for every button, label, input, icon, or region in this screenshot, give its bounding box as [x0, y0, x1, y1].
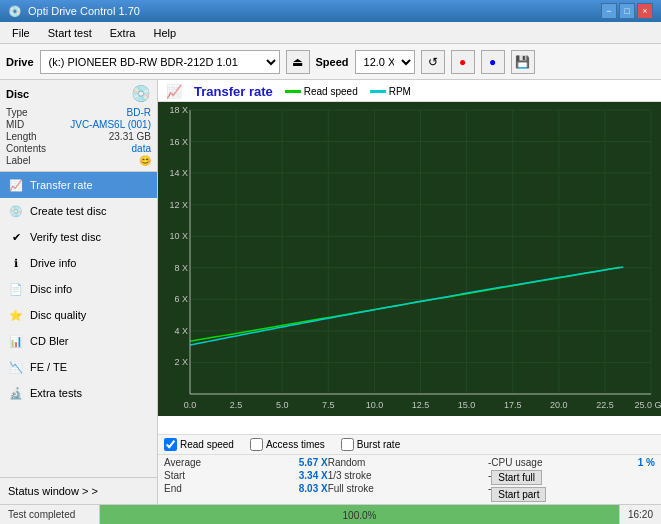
access-times-checkbox-text: Access times	[266, 439, 325, 450]
extra-tests-icon: 🔬	[8, 385, 24, 401]
menu-start-test[interactable]: Start test	[40, 25, 100, 41]
fe-te-icon: 📉	[8, 359, 24, 375]
nav-fe-te[interactable]: 📉 FE / TE	[0, 354, 157, 380]
read-speed-checkbox[interactable]	[164, 438, 177, 451]
contents-label: Contents	[6, 143, 46, 154]
content-area: 📈 Transfer rate Read speed RPM Read spee…	[158, 80, 661, 504]
stats-area: Average 5.67 X Start 3.34 X End 8.03 X R…	[158, 454, 661, 504]
mid-value: JVC-AMS6L (001)	[70, 119, 151, 130]
access-times-checkbox-label[interactable]: Access times	[250, 438, 325, 451]
cpu-label: CPU usage	[491, 457, 542, 468]
disc-info-icon: 📄	[8, 281, 24, 297]
start-value: 3.34 X	[299, 470, 328, 481]
average-value: 5.67 X	[299, 457, 328, 468]
nav-transfer-rate[interactable]: 📈 Transfer rate	[0, 172, 157, 198]
nav-drive-info[interactable]: ℹ Drive info	[0, 250, 157, 276]
main-area: Disc 💿 Type BD-R MID JVC-AMS6L (001) Len…	[0, 80, 661, 504]
titlebar-controls: − □ ×	[601, 3, 653, 19]
burst-rate-checkbox-label[interactable]: Burst rate	[341, 438, 400, 451]
titlebar: 💿 Opti Drive Control 1.70 − □ ×	[0, 0, 661, 22]
chart-icon: 📈	[166, 84, 182, 99]
nav-drive-info-label: Drive info	[30, 257, 76, 269]
speed-label: Speed	[316, 56, 349, 68]
save-button[interactable]: 💾	[511, 50, 535, 74]
progress-bar-container: 100.0%	[100, 505, 619, 524]
nav-cd-bler-label: CD Bler	[30, 335, 69, 347]
nav-cd-bler[interactable]: 📊 CD Bler	[0, 328, 157, 354]
nav-create-test-disc-label: Create test disc	[30, 205, 106, 217]
refresh-button[interactable]: ↺	[421, 50, 445, 74]
nav-verify-test-disc-label: Verify test disc	[30, 231, 101, 243]
disc-length-row: Length 23.31 GB	[6, 131, 151, 142]
nav-transfer-rate-label: Transfer rate	[30, 179, 93, 191]
stats-col-2: Random - 1/3 stroke - Full stroke -	[328, 457, 492, 502]
drive-select[interactable]: (k:) PIONEER BD-RW BDR-212D 1.01	[40, 50, 280, 74]
access-times-checkbox[interactable]	[250, 438, 263, 451]
time-display: 16:20	[619, 505, 661, 524]
legend-rpm: RPM	[370, 86, 411, 97]
verify-test-disc-icon: ✔	[8, 229, 24, 245]
nav-status-window[interactable]: Status window > >	[0, 478, 157, 504]
start-full-button[interactable]: Start full	[491, 470, 542, 485]
legend-read-speed-label: Read speed	[304, 86, 358, 97]
minimize-button[interactable]: −	[601, 3, 617, 19]
nav-disc-quality-label: Disc quality	[30, 309, 86, 321]
burst-rate-checkbox[interactable]	[341, 438, 354, 451]
length-value: 23.31 GB	[109, 131, 151, 142]
stat-average: Average 5.67 X	[164, 457, 328, 468]
speed-select[interactable]: 12.0 X	[355, 50, 415, 74]
read-speed-checkbox-label[interactable]: Read speed	[164, 438, 234, 451]
menu-extra[interactable]: Extra	[102, 25, 144, 41]
stats-col-1: Average 5.67 X Start 3.34 X End 8.03 X	[164, 457, 328, 502]
stat-start-full: Start full	[491, 470, 655, 485]
blue-icon-button[interactable]: ●	[481, 50, 505, 74]
nav-disc-quality[interactable]: ⭐ Disc quality	[0, 302, 157, 328]
end-label: End	[164, 483, 182, 494]
create-test-disc-icon: 💿	[8, 203, 24, 219]
stats-col-3: CPU usage 1 % Start full Start part	[491, 457, 655, 502]
contents-value: data	[132, 143, 151, 154]
legend-rpm-label: RPM	[389, 86, 411, 97]
label-icon: 😊	[139, 155, 151, 166]
burst-rate-checkbox-text: Burst rate	[357, 439, 400, 450]
menu-file[interactable]: File	[4, 25, 38, 41]
maximize-button[interactable]: □	[619, 3, 635, 19]
cd-bler-icon: 📊	[8, 333, 24, 349]
stat-start-part: Start part	[491, 487, 655, 502]
disc-contents-row: Contents data	[6, 143, 151, 154]
length-label: Length	[6, 131, 37, 142]
nav-extra-tests[interactable]: 🔬 Extra tests	[0, 380, 157, 406]
end-value: 8.03 X	[299, 483, 328, 494]
stat-end: End 8.03 X	[164, 483, 328, 494]
legend-read-speed: Read speed	[285, 86, 358, 97]
eject-button[interactable]: ⏏	[286, 50, 310, 74]
titlebar-left: 💿 Opti Drive Control 1.70	[8, 5, 140, 18]
legend-rpm-color	[370, 90, 386, 93]
disc-label-row: Label 😊	[6, 155, 151, 166]
type-label: Type	[6, 107, 28, 118]
nav-create-test-disc[interactable]: 💿 Create test disc	[0, 198, 157, 224]
chart-container	[158, 102, 661, 434]
stat-start: Start 3.34 X	[164, 470, 328, 481]
drive-label: Drive	[6, 56, 34, 68]
stroke-1-3-label: 1/3 stroke	[328, 470, 372, 481]
legend-read-speed-color	[285, 90, 301, 93]
start-part-button[interactable]: Start part	[491, 487, 546, 502]
red-icon-button[interactable]: ●	[451, 50, 475, 74]
disc-type-row: Type BD-R	[6, 107, 151, 118]
nav-verify-test-disc[interactable]: ✔ Verify test disc	[0, 224, 157, 250]
nav-disc-info[interactable]: 📄 Disc info	[0, 276, 157, 302]
menubar: File Start test Extra Help	[0, 22, 661, 44]
sidebar: Disc 💿 Type BD-R MID JVC-AMS6L (001) Len…	[0, 80, 158, 504]
disc-header: Disc 💿	[6, 84, 151, 103]
progress-text: 100.0%	[343, 509, 377, 520]
nav-fe-te-label: FE / TE	[30, 361, 67, 373]
disc-mid-row: MID JVC-AMS6L (001)	[6, 119, 151, 130]
stat-stroke-1-3: 1/3 stroke -	[328, 470, 492, 481]
disc-title: Disc	[6, 88, 29, 100]
nav-disc-info-label: Disc info	[30, 283, 72, 295]
stat-random: Random -	[328, 457, 492, 468]
disc-panel: Disc 💿 Type BD-R MID JVC-AMS6L (001) Len…	[0, 80, 157, 172]
close-button[interactable]: ×	[637, 3, 653, 19]
menu-help[interactable]: Help	[145, 25, 184, 41]
